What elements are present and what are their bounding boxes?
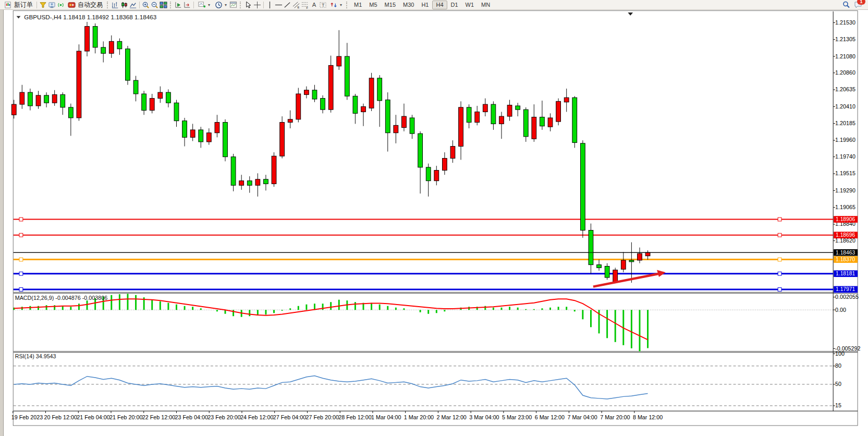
add-indicator-icon: [198, 1, 206, 9]
charts-funnel-icon[interactable]: [39, 1, 47, 9]
candlestick-type-icon[interactable]: [120, 1, 129, 9]
line-handle[interactable]: [778, 287, 781, 291]
candle-body: [548, 118, 553, 127]
candle-body: [36, 95, 41, 106]
text-label-tool-icon[interactable]: T: [319, 1, 327, 9]
profile-icon[interactable]: [47, 1, 56, 9]
auto-trading-button[interactable]: 自动交易: [65, 1, 105, 9]
candle-body: [483, 104, 487, 112]
candle-body: [491, 104, 496, 124]
timeframe-button-M1[interactable]: M1: [350, 1, 365, 9]
svg-text:GBPUSD-,H4 1.18418 1.18492 1.: GBPUSD-,H4 1.18418 1.18492 1.18368 1.184…: [24, 14, 156, 20]
candle-body: [638, 253, 642, 260]
candle-body: [516, 106, 520, 110]
templates-icon[interactable]: [229, 1, 238, 9]
trendline-tool-icon[interactable]: [283, 1, 292, 9]
dropdown-caret-icon: ▾: [225, 3, 227, 7]
crosshair-icon[interactable]: [253, 1, 262, 9]
zoom-out-icon[interactable]: [150, 1, 159, 9]
line-handle[interactable]: [19, 217, 23, 221]
toolbar-grip: [240, 2, 242, 8]
line-handle[interactable]: [778, 217, 781, 221]
svg-text:7 Mar 04:00: 7 Mar 04:00: [567, 414, 597, 420]
candle-body: [597, 265, 602, 268]
svg-text:1.19065: 1.19065: [835, 204, 855, 210]
svg-text:1.18696: 1.18696: [836, 232, 855, 238]
dropdown-caret-icon: ▾: [340, 3, 342, 7]
fibonacci-tool-icon[interactable]: F: [301, 1, 310, 9]
vertical-line-tool-icon[interactable]: [265, 1, 274, 9]
indicators-button[interactable]: ▾: [195, 1, 212, 9]
signal-broadcast-icon[interactable]: [56, 1, 65, 9]
svg-text:T: T: [322, 2, 324, 7]
tile-windows-icon[interactable]: [159, 1, 168, 9]
candle-body: [133, 80, 138, 94]
bar-chart-type-icon[interactable]: [111, 1, 120, 9]
chart-shift-icon[interactable]: [183, 1, 192, 9]
search-icon[interactable]: [841, 1, 850, 9]
candle-body: [345, 56, 349, 96]
svg-text:20 Feb 12:00: 20 Feb 12:00: [44, 414, 77, 420]
candle-body: [467, 107, 471, 123]
svg-text:24 Feb 12:00: 24 Feb 12:00: [240, 414, 273, 420]
candle-body: [312, 90, 317, 99]
svg-text:28 Feb 12:00: 28 Feb 12:00: [338, 414, 371, 420]
candle-body: [532, 117, 536, 139]
timeframe-button-M15[interactable]: M15: [381, 1, 399, 9]
svg-text:1.19960: 1.19960: [835, 137, 855, 143]
new-order-button[interactable]: 新订单: [2, 1, 35, 9]
line-handle[interactable]: [778, 233, 781, 237]
svg-text:0.002055: 0.002055: [835, 294, 859, 300]
arrows-tool-button[interactable]: ▾: [327, 1, 344, 9]
line-chart-type-icon[interactable]: [129, 1, 138, 9]
timeframe-button-H4[interactable]: H4: [432, 1, 447, 9]
candle-body: [239, 181, 244, 186]
line-handle[interactable]: [19, 272, 23, 275]
svg-text:1 Mar 20:00: 1 Mar 20:00: [404, 414, 434, 420]
auto-trading-icon: [67, 1, 76, 9]
auto-scroll-icon[interactable]: [174, 1, 183, 9]
cursor-icon[interactable]: [244, 1, 253, 9]
candle-body: [44, 95, 49, 103]
svg-text:19 Feb 2023: 19 Feb 2023: [11, 414, 43, 420]
svg-text:1.21305: 1.21305: [835, 36, 855, 42]
candle-body: [540, 117, 545, 126]
line-handle[interactable]: [19, 258, 23, 261]
toolbar-separator: [139, 2, 140, 8]
svg-text:1.18370: 1.18370: [836, 257, 855, 262]
zoom-in-icon[interactable]: [141, 1, 150, 9]
svg-text:15: 15: [835, 402, 841, 408]
candle-body: [361, 106, 366, 112]
main-toolbar: 新订单 自动交易: [0, 0, 868, 10]
line-handle[interactable]: [778, 272, 781, 275]
candle-body: [77, 51, 81, 118]
svg-text:100: 100: [835, 350, 845, 357]
line-handle[interactable]: [19, 287, 23, 291]
horizontal-line-tool-icon[interactable]: [274, 1, 283, 9]
candle-body: [166, 92, 171, 103]
candle-body: [580, 143, 585, 231]
line-handle[interactable]: [778, 258, 781, 261]
toolbar-grip: [346, 2, 348, 8]
svg-text:27 Feb 04:00: 27 Feb 04:00: [273, 414, 306, 420]
line-handle[interactable]: [19, 233, 23, 237]
chart-canvas[interactable]: 1.215301.213051.210801.208601.206351.204…: [0, 10, 868, 436]
equidistant-channel-tool-icon[interactable]: E: [292, 1, 301, 9]
timeframe-button-D1[interactable]: D1: [447, 1, 462, 9]
candle-body: [264, 179, 268, 184]
timeframe-button-M5[interactable]: M5: [365, 1, 381, 9]
svg-text:1 Mar 04:00: 1 Mar 04:00: [371, 414, 401, 420]
timeframe-button-H1[interactable]: H1: [418, 1, 432, 9]
text-tool-icon[interactable]: A: [310, 1, 319, 9]
timeframe-button-W1[interactable]: W1: [462, 1, 478, 9]
periods-button[interactable]: ▾: [212, 1, 229, 9]
candle-body: [523, 110, 528, 137]
candle-body: [280, 123, 285, 156]
timeframe-button-M30[interactable]: M30: [399, 1, 418, 9]
svg-text:22 Feb 12:00: 22 Feb 12:00: [142, 414, 175, 420]
svg-text:F: F: [306, 6, 308, 8]
candle-body: [377, 78, 382, 101]
candle-body: [288, 119, 292, 123]
timeframe-button-MN[interactable]: MN: [478, 1, 494, 9]
candle-body: [117, 41, 122, 49]
